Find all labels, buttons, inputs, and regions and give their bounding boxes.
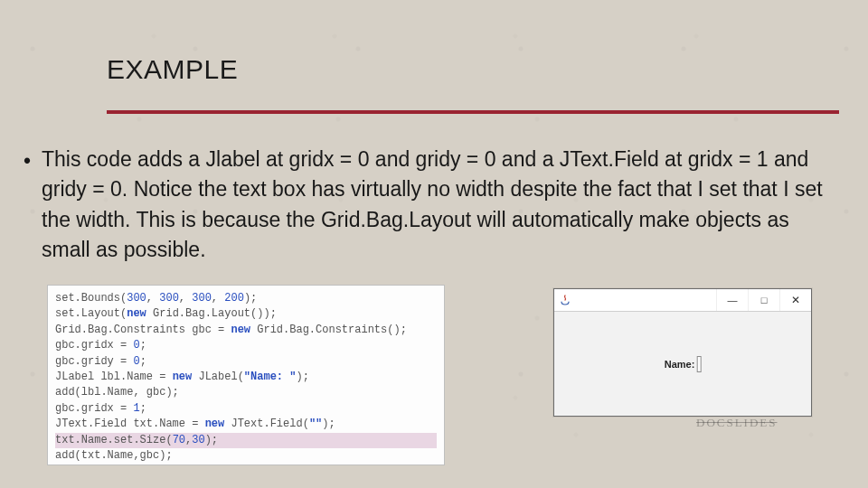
titlebar: — □ ✕: [554, 289, 811, 312]
java-icon: [554, 289, 576, 311]
body-text: • This code adds a Jlabel at gridx = 0 a…: [25, 145, 832, 265]
maximize-button[interactable]: □: [748, 289, 779, 311]
close-button[interactable]: ✕: [779, 289, 811, 311]
body-paragraph: This code adds a Jlabel at gridx = 0 and…: [42, 145, 832, 265]
minimize-button[interactable]: —: [716, 289, 748, 311]
name-textfield[interactable]: [696, 356, 701, 372]
watermark: DOCSLIDES: [696, 416, 778, 430]
bullet-icon: •: [24, 146, 31, 176]
titlebar-spacer: [576, 289, 716, 311]
java-app-window: — □ ✕ Name:: [553, 288, 812, 417]
name-label: Name:: [665, 359, 695, 370]
slide-title: EXAMPLE: [107, 54, 238, 85]
form-row: Name:: [665, 356, 702, 372]
title-underline: [107, 110, 839, 114]
code-snippet: set.Bounds(300, 300, 300, 200); set.Layo…: [47, 285, 445, 465]
slide: EXAMPLE • This code adds a Jlabel at gri…: [0, 0, 868, 488]
app-client-area: Name:: [554, 312, 811, 417]
